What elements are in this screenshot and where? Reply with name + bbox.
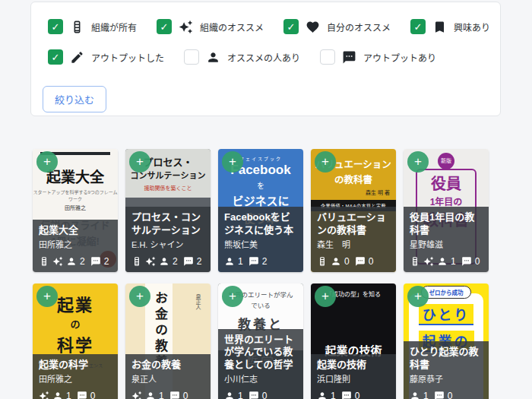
cover-text: 田所雅之 — [33, 204, 118, 211]
checkbox-org-owned[interactable] — [48, 19, 63, 34]
people-count: 1 — [423, 391, 429, 399]
book-card[interactable]: プロセス・コンサルテーション援助関係を築くこと+プロセス・コンサルテーションE.… — [125, 149, 211, 272]
person-icon — [331, 256, 341, 267]
checkbox-has-recommenders[interactable] — [184, 49, 199, 65]
book-author: E.H. シャイン — [131, 240, 204, 250]
add-book-button[interactable]: + — [129, 151, 150, 173]
sparkle-icon — [52, 256, 63, 267]
speech-icon — [77, 391, 87, 399]
book-stats: 10 — [224, 390, 297, 399]
bookshelf-icon — [410, 256, 420, 267]
book-card[interactable]: 起業の科学スタートアップサイエンス+起業の科学田所雅之10 — [33, 283, 118, 399]
filter-label: 組織のオススメ — [200, 21, 264, 33]
person-icon — [224, 256, 235, 267]
cover-text: の教科書 — [311, 172, 396, 186]
cover-text: 泉正人 — [194, 294, 201, 310]
add-book-button[interactable]: + — [315, 151, 336, 173]
cover-text: 森生 明 著 — [311, 188, 396, 196]
book-card[interactable]: 新版役員1年目の教科書+役員1年目の教科書星野雄滋10 — [404, 149, 489, 272]
book-title: 世界のエリートが学んでいる教養としての哲学 — [224, 334, 297, 371]
speech-icon — [90, 256, 101, 267]
book-stats: 10 — [39, 390, 112, 399]
comments-count: 0 — [369, 257, 374, 266]
people-count: 2 — [173, 257, 178, 266]
book-stats: 12 — [224, 255, 297, 267]
filter-item-org-recommended[interactable]: 組織のオススメ — [157, 19, 264, 34]
book-card[interactable]: ゼロから成功ひとり起業の+ひとり起業の教科書藤原恭子10 — [404, 283, 489, 399]
comments-count: 0 — [90, 391, 96, 399]
filter-item-has-recommenders[interactable]: オススメの人あり — [184, 49, 300, 65]
book-title: お金の教養 — [131, 359, 204, 371]
book-card[interactable]: フェイスブックFacebookをビジネスに使う本+Facebookをビジネスに使… — [218, 149, 303, 272]
add-book-button[interactable]: + — [36, 286, 58, 307]
add-book-button[interactable]: + — [222, 286, 243, 307]
checkbox-has-outputs[interactable] — [320, 49, 335, 65]
speech-icon — [183, 256, 194, 267]
people-count: 1 — [238, 391, 243, 399]
filter-item-outputted[interactable]: アウトプットした — [48, 49, 164, 65]
book-stats: 10 — [317, 390, 390, 399]
person-icon — [437, 256, 448, 267]
cover-text: ひとり — [419, 304, 473, 325]
filter-item-my-recommended[interactable]: 自分のオススメ — [283, 19, 391, 34]
person-icon — [410, 391, 420, 399]
book-author: 泉正人 — [131, 375, 204, 385]
book-title: 役員1年目の教科書 — [410, 211, 483, 236]
book-author: 小川仁志 — [224, 375, 297, 385]
filter-panel: 組織が所有組織のオススメ自分のオススメ興味あり アウトプットしたオススメの人あり… — [30, 2, 501, 116]
people-count: 1 — [238, 257, 243, 266]
book-card[interactable]: お金の教養泉正人+お金の教養泉正人10 — [125, 283, 211, 399]
book-card[interactable]: バリュエーションの教科書森生 明 著企業価値・M&Aの本質と実務+バリュエーショ… — [311, 149, 396, 272]
checkbox-interested[interactable] — [410, 19, 426, 34]
comments-count: 0 — [355, 391, 360, 399]
cover-text: の — [33, 316, 118, 331]
people-count: 1 — [451, 257, 456, 266]
person-icon — [145, 391, 156, 399]
add-book-button[interactable]: + — [315, 286, 336, 307]
book-card[interactable]: 世界のエリートが学んでいる教養と哲学+世界のエリートが学んでいる教養としての哲学… — [218, 283, 303, 399]
add-book-button[interactable]: + — [222, 151, 243, 173]
book-overlay: お金の教養泉正人10 — [125, 354, 211, 399]
comments-count: 0 — [183, 391, 188, 399]
comments-count: 0 — [262, 391, 268, 399]
book-author: 田所雅之 — [39, 240, 112, 250]
book-overlay: 世界のエリートが学んでいる教養としての哲学小川仁志10 — [218, 329, 303, 399]
people-count: 1 — [331, 391, 336, 399]
filter-item-org-owned[interactable]: 組織が所有 — [48, 19, 137, 34]
cover-text: 科学 — [33, 331, 118, 356]
speech-icon — [461, 256, 472, 267]
cover-text: ビジネスに — [218, 192, 303, 208]
filter-item-interested[interactable]: 興味あり — [410, 19, 490, 34]
add-book-button[interactable]: + — [407, 151, 429, 173]
filter-label: アウトプットした — [91, 51, 164, 64]
filter-row-2: アウトプットしたオススメの人ありアウトプットあり — [48, 49, 485, 65]
filter-label: 自分のオススメ — [327, 21, 391, 33]
add-book-button[interactable]: + — [36, 151, 58, 173]
people-count: 1 — [159, 391, 164, 399]
checkbox-org-recommended[interactable] — [157, 19, 172, 34]
book-author: 森生 明 — [317, 240, 390, 250]
bookshelf-icon — [317, 256, 328, 267]
cover-text: を — [218, 179, 303, 191]
filter-item-has-outputs[interactable]: アウトプットあり — [320, 49, 436, 65]
filter-submit-button[interactable]: 絞り込む — [43, 86, 106, 112]
book-overlay: 起業の技術浜口隆則10 — [311, 354, 396, 399]
person-icon — [206, 50, 220, 65]
person-icon — [224, 391, 235, 399]
book-card[interactable]: 「成功の型」を知る起業の技術浜口隆則+起業の技術浜口隆則10 — [311, 283, 396, 399]
filter-label: オススメの人あり — [227, 51, 300, 64]
book-stats: 22 — [131, 255, 204, 267]
checkbox-my-recommended[interactable] — [283, 19, 299, 34]
book-author: 藤原恭子 — [410, 375, 483, 385]
comments-count: 2 — [197, 257, 202, 266]
add-book-button[interactable]: + — [129, 286, 150, 307]
sparkle-icon — [179, 20, 193, 34]
heart-icon — [306, 20, 320, 34]
book-title: 起業の科学 — [39, 359, 112, 371]
checkbox-outputted[interactable] — [48, 49, 63, 65]
book-card[interactable]: 起業大全スタートアップを科学する9つのフレームワーク田所雅之伝説のスライド1冊に… — [33, 149, 118, 272]
comments-count: 0 — [448, 391, 453, 399]
bookmark-icon — [432, 20, 447, 34]
add-book-button[interactable]: + — [407, 286, 429, 307]
person-icon — [159, 256, 169, 267]
